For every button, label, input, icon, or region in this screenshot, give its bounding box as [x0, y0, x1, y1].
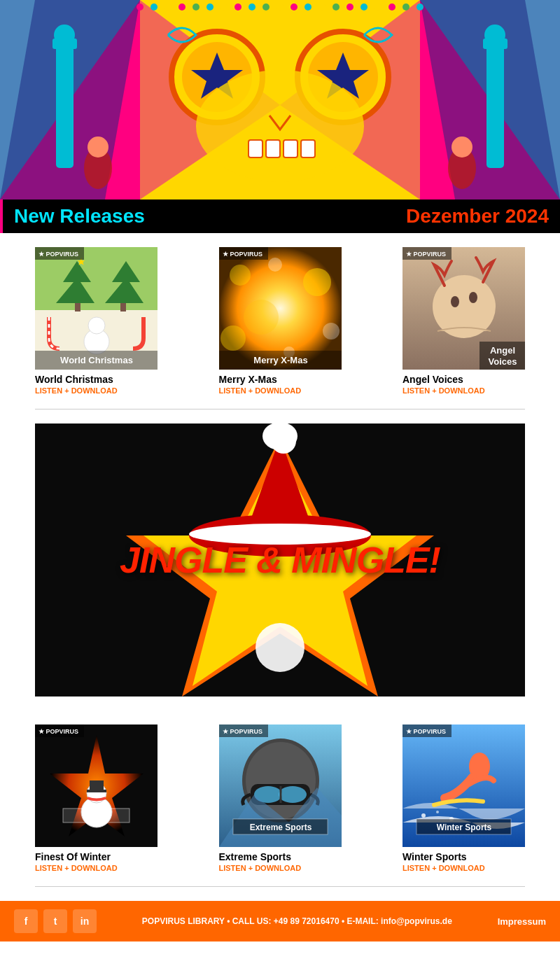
album-item-extreme-sports[interactable]: ★ POPVIRUS Extreme Sports Extreme Sports… [219, 724, 342, 872]
album-item-angel-voices[interactable]: ★ POPVIRUS Angel Voices Angel Voices LIS… [402, 247, 525, 395]
svg-point-14 [196, 70, 364, 182]
svg-point-30 [206, 4, 214, 10]
svg-text:Winter Sports: Winter Sports [437, 822, 492, 832]
svg-point-38 [318, 4, 326, 10]
album-item-finest-of-winter[interactable]: ★ POPVIRUS Winter Finest Of Winter LISTE… [35, 724, 158, 872]
album-grid-row1: ★ POPVIRUS World Christmas World Christm… [0, 233, 560, 402]
svg-point-70 [244, 300, 279, 335]
album-link-merry-xmas[interactable]: LISTEN + DOWNLOAD [219, 386, 342, 395]
svg-point-47 [88, 136, 108, 158]
footer-social: f t in [14, 909, 97, 933]
svg-rect-15 [248, 140, 262, 158]
facebook-icon[interactable]: f [14, 909, 38, 933]
svg-text:Extreme Sports: Extreme Sports [249, 822, 312, 832]
svg-point-41 [360, 4, 368, 10]
album-item-world-christmas[interactable]: ★ POPVIRUS World Christmas World Christm… [35, 247, 158, 395]
svg-text:★ POPVIRUS: ★ POPVIRUS [223, 728, 262, 735]
svg-text:Winter: Winter [85, 811, 109, 820]
svg-rect-53 [75, 303, 80, 312]
svg-point-68 [220, 326, 246, 351]
footer: f t in POPVIRUS LIBRARY • CALL US: +49 8… [0, 901, 560, 941]
album-cover-finest-of-winter[interactable]: ★ POPVIRUS Winter [35, 724, 158, 847]
divider-1 [35, 409, 525, 410]
svg-text:★ POPVIRUS: ★ POPVIRUS [38, 251, 78, 258]
svg-point-92 [271, 428, 296, 454]
album-link-world-christmas[interactable]: LISTEN + DOWNLOAD [35, 386, 158, 395]
svg-point-77 [451, 296, 459, 307]
svg-point-78 [469, 292, 477, 303]
svg-point-118 [436, 811, 439, 813]
svg-rect-97 [90, 780, 104, 791]
jingle-mingle-text: JINGLE & MINGLE! [120, 539, 440, 581]
svg-text:★ POPVIRUS: ★ POPVIRUS [38, 728, 78, 735]
svg-rect-16 [266, 140, 280, 158]
svg-point-27 [164, 4, 172, 10]
svg-point-36 [290, 4, 298, 10]
svg-point-25 [136, 4, 144, 10]
svg-point-49 [451, 136, 472, 158]
footer-info: POPVIRUS LIBRARY • CALL US: +49 89 72016… [142, 916, 452, 926]
svg-point-29 [192, 4, 200, 10]
svg-point-64 [230, 265, 251, 286]
svg-point-58 [88, 317, 105, 334]
svg-point-108 [279, 786, 307, 803]
svg-point-42 [374, 4, 382, 10]
album-cover-extreme-sports[interactable]: ★ POPVIRUS Extreme Sports [219, 724, 342, 847]
album-cover-angel-voices[interactable]: ★ POPVIRUS Angel Voices [402, 247, 525, 370]
album-item-merry-xmas[interactable]: ★ POPVIRUS Merry X-Mas Merry X-Mas LISTE… [219, 247, 342, 395]
svg-point-44 [402, 4, 410, 10]
svg-point-43 [388, 4, 396, 10]
svg-text:Voices: Voices [489, 356, 517, 367]
svg-point-39 [332, 4, 340, 10]
album-link-winter-sports[interactable]: LISTEN + DOWNLOAD [402, 864, 525, 872]
album-link-extreme-sports[interactable]: LISTEN + DOWNLOAD [219, 864, 342, 872]
releases-date-box: Dezember 2024 [395, 200, 560, 233]
svg-text:★ POPVIRUS: ★ POPVIRUS [406, 728, 446, 735]
footer-impressum[interactable]: Impressum [498, 916, 546, 927]
svg-rect-22 [486, 42, 504, 168]
svg-point-35 [276, 4, 284, 10]
releases-title-box: New Releases [0, 200, 156, 233]
svg-text:World Christmas: World Christmas [60, 355, 133, 365]
svg-text:Merry X-Mas: Merry X-Mas [253, 355, 307, 365]
album-link-finest-of-winter[interactable]: LISTEN + DOWNLOAD [35, 864, 158, 872]
twitter-icon[interactable]: t [43, 909, 67, 933]
svg-text:★ POPVIRUS: ★ POPVIRUS [223, 251, 262, 258]
album-item-winter-sports[interactable]: ★ POPVIRUS Winter Sports Winter Sports L… [402, 724, 525, 872]
svg-point-24 [484, 24, 505, 46]
releases-date: Dezember 2024 [406, 205, 549, 227]
album-link-angel-voices[interactable]: LISTEN + DOWNLOAD [402, 386, 525, 395]
svg-point-34 [262, 4, 270, 10]
svg-point-26 [150, 4, 158, 10]
svg-text:Angel: Angel [490, 345, 515, 356]
releases-header: New Releases Dezember 2024 [0, 200, 560, 233]
svg-point-91 [255, 623, 304, 672]
svg-point-65 [268, 258, 282, 272]
linkedin-icon[interactable]: in [73, 909, 97, 933]
jingle-banner: JINGLE & MINGLE! [35, 424, 525, 696]
album-title-winter-sports: Winter Sports [402, 851, 525, 862]
album-cover-winter-sports[interactable]: ★ POPVIRUS Winter Sports [402, 724, 525, 847]
svg-rect-18 [301, 140, 315, 158]
album-grid-row2: ★ POPVIRUS Winter Finest Of Winter LISTE… [0, 710, 560, 879]
svg-point-117 [421, 813, 426, 818]
svg-point-66 [303, 268, 331, 296]
svg-point-45 [416, 4, 424, 10]
svg-point-40 [346, 4, 354, 10]
svg-point-37 [304, 4, 312, 10]
svg-point-32 [234, 4, 241, 10]
album-cover-world-christmas[interactable]: ★ POPVIRUS World Christmas [35, 247, 158, 370]
svg-point-28 [178, 4, 186, 10]
album-title-angel-voices: Angel Voices [402, 374, 525, 385]
svg-point-67 [323, 323, 340, 340]
album-title-extreme-sports: Extreme Sports [219, 851, 342, 862]
album-cover-merry-xmas[interactable]: ★ POPVIRUS Merry X-Mas [219, 247, 342, 370]
new-releases-title: New Releases [14, 205, 145, 227]
svg-rect-55 [120, 303, 126, 312]
svg-text:★ POPVIRUS: ★ POPVIRUS [406, 251, 446, 258]
album-title-world-christmas: World Christmas [35, 374, 158, 385]
svg-point-31 [220, 4, 227, 10]
svg-rect-17 [284, 140, 298, 158]
divider-2 [35, 886, 525, 887]
svg-rect-98 [87, 790, 106, 792]
